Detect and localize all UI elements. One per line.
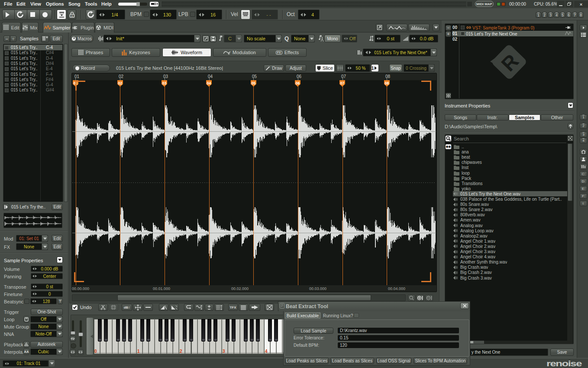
svg-text:06: 06 bbox=[296, 81, 300, 85]
svg-text:07: 07 bbox=[340, 81, 345, 85]
svg-text:05: 05 bbox=[251, 81, 255, 85]
svg-text:02: 02 bbox=[118, 81, 122, 85]
svg-text:08: 08 bbox=[384, 81, 389, 85]
svg-text:renoise: renoise bbox=[546, 360, 582, 368]
svg-text:04: 04 bbox=[207, 81, 211, 85]
svg-text:03: 03 bbox=[162, 81, 167, 85]
